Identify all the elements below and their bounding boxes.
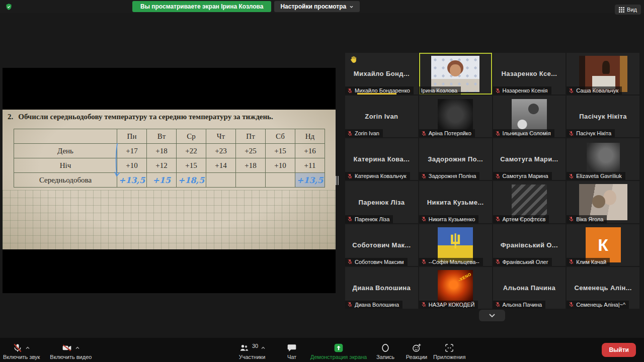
participant-tile[interactable]: Франівський О... Франівський Олег [493, 224, 566, 266]
participant-tile[interactable]: Задорожня По... Задорожня Поліна [419, 138, 492, 180]
participant-name-label: Клим Качай [576, 259, 606, 265]
view-settings-label: Настройки просмотра [280, 3, 346, 10]
participant-tile[interactable]: Семенець Алін... Семенець Аліна|~^ [567, 267, 639, 309]
participant-name-label: Ільницька Соломія [503, 130, 551, 136]
participant-name-label: Диана Волошина [355, 302, 399, 308]
participant-nameplate: Альона Пачина [493, 301, 546, 309]
avatar-letter: К [598, 235, 608, 255]
value-cell: +12 [147, 158, 177, 173]
participant-name-label: Соботович Максим [355, 259, 404, 265]
participant-name-label: Никита Кузьменко [429, 216, 475, 222]
hand-underline [357, 93, 396, 95]
value-cell: +15 [266, 144, 295, 158]
grid-collapse-button[interactable] [479, 310, 505, 321]
value-cell: +17 [117, 144, 147, 158]
participant-tile[interactable]: Катерина Кова... Катерина Ковальчук [345, 138, 418, 180]
record-button[interactable]: Запись [371, 343, 400, 362]
participant-name-label: Альона Пачина [503, 302, 542, 308]
participant-tile[interactable]: Артем Єрофтєєв [493, 181, 566, 223]
participant-nameplate: Клим Качай [567, 258, 610, 266]
day-header-cell: Пн [117, 129, 147, 144]
participant-tile[interactable]: Соботович Мак... Соботович Максим [345, 224, 418, 266]
participant-tile[interactable]: -XENO НАЗАР КОКОДЕЙ [419, 267, 492, 309]
value-cell: +15 [147, 173, 177, 188]
participant-name-label: Назаренко Ксенія [503, 87, 548, 94]
participant-tile[interactable]: Аріна Потеряйко [419, 96, 492, 137]
participant-tile[interactable]: Віка Ягола [567, 181, 639, 223]
value-cell: +16 [295, 144, 325, 158]
participant-nameplate: Ільницька Соломія [493, 129, 554, 137]
value-cell [266, 173, 295, 188]
reactions-button[interactable]: Реакции [402, 343, 431, 362]
participant-tile[interactable]: Паренюк Ліза Паренюк Ліза [345, 181, 418, 223]
participant-name-label: Паренюк Ліза [355, 216, 389, 222]
day-header-cell: Чт [206, 129, 236, 144]
participant-tile[interactable]: Диана Волошина Диана Волошина [345, 267, 418, 309]
participant-tile[interactable]: К Клим Качай [567, 224, 639, 266]
participant-tile[interactable]: Самотуга Мари... Самотуга Марина [493, 138, 566, 180]
participant-tile[interactable]: Ірина Козлова [419, 53, 492, 95]
chevron-up-icon[interactable] [25, 346, 30, 350]
participant-tile[interactable]: Саша Ковальчук [567, 53, 639, 95]
participant-name-label: Франівський Олег [503, 259, 548, 265]
mic-off-icon [421, 131, 427, 136]
start-video-button[interactable]: Включить видео [50, 343, 92, 362]
participant-nameplate: НАЗАР КОКОДЕЙ [419, 301, 478, 309]
mic-off-icon [495, 131, 501, 136]
participant-tile[interactable]: Назаренко Ксе... Назаренко Ксенія [493, 53, 566, 95]
participant-name-label: Ірина Козлова [421, 87, 457, 94]
participant-name-label: --Софія Мальцева-- [429, 259, 479, 265]
participants-button[interactable]: 30 Участники [229, 343, 275, 362]
participant-display-name: Катерина Кова... [352, 155, 412, 163]
unmute-label: Включить звук [3, 354, 40, 360]
participant-name-label: Аріна Потеряйко [429, 130, 471, 136]
participant-display-name: Zorin Ivan [363, 113, 400, 120]
chevron-up-icon[interactable] [261, 346, 266, 350]
participant-tile[interactable]: Пасічук Нікіта Пасічук Нікіта [567, 96, 639, 137]
panel-resize-handle[interactable] [336, 176, 339, 185]
view-settings-button[interactable]: Настройки просмотра [274, 1, 360, 12]
chat-button[interactable]: Чат [277, 343, 306, 362]
mic-off-icon [421, 216, 427, 222]
view-button[interactable]: Вид [615, 5, 641, 15]
value-cell: +22 [177, 144, 206, 158]
mic-off-icon [347, 88, 353, 94]
value-cell: +14 [206, 158, 236, 173]
participant-nameplate: Саша Ковальчук [567, 86, 622, 95]
mic-off-icon [347, 173, 353, 179]
value-cell: +10 [117, 158, 147, 173]
participant-avatar [438, 227, 473, 262]
participant-tile[interactable]: Ільницька Соломія [493, 96, 566, 137]
participant-avatar [512, 99, 547, 134]
view-button-label: Вид [627, 7, 637, 13]
participant-name-label: НАЗАР КОКОДЕЙ [429, 302, 475, 308]
task-line: 2. Обчисли середньодобову температуру та… [8, 113, 330, 121]
shield-check-icon [5, 3, 13, 11]
leave-button[interactable]: Выйти [602, 343, 636, 357]
participant-nameplate: Віка Ягола [567, 215, 607, 223]
participant-tile[interactable]: Zorin Ivan Zorin Ivan [345, 96, 418, 137]
share-screen-button[interactable]: Демонстрация экрана [308, 343, 369, 362]
participant-tile[interactable]: Альона Пачина Альона Пачина [493, 267, 566, 309]
participant-tile[interactable]: --Софія Мальцева-- [419, 224, 492, 266]
bottom-toolbar: Включить звук Включить видео [0, 338, 644, 362]
participant-nameplate: Ірина Козлова [419, 86, 461, 95]
participant-avatar [438, 99, 473, 134]
mic-off-icon [569, 88, 574, 94]
unmute-button[interactable]: Включить звук [3, 343, 40, 362]
participant-nameplate: Elizaveta Gavriliuk [567, 172, 625, 180]
people-icon [238, 343, 250, 353]
apps-button[interactable]: Приложения [433, 343, 465, 362]
participant-nameplate: Задорожня Поліна [419, 172, 480, 180]
participant-tile[interactable]: Михайло Бонд... Михайло Бондаренко [345, 53, 418, 95]
participant-nameplate: Диана Волошина [345, 301, 403, 309]
participant-name-label: Саша Ковальчук [576, 87, 618, 94]
mic-off-icon [569, 131, 574, 136]
day-header-cell: Вт [147, 129, 177, 144]
participant-tile[interactable]: Никита Кузьме... Никита Кузьменко [419, 181, 492, 223]
value-cell: +10 [266, 158, 295, 173]
chevron-up-icon[interactable] [75, 346, 80, 350]
participants-grid: Михайло Бонд... Михайло Бондаренко Ірина… [345, 53, 639, 309]
participant-display-name: Семенець Алін... [572, 284, 633, 292]
participant-tile[interactable]: Elizaveta Gavriliuk [567, 138, 639, 180]
